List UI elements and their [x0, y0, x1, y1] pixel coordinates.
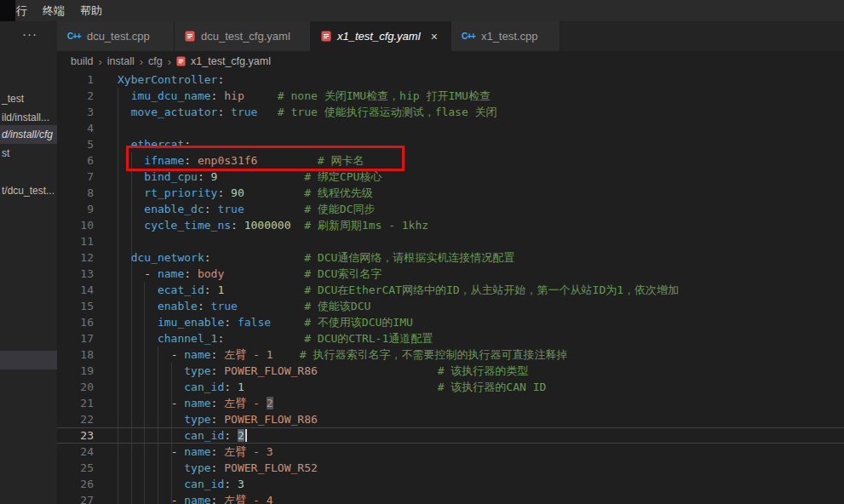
breadcrumb-segment[interactable]: install — [107, 55, 135, 67]
line-number[interactable]: 11 — [57, 233, 94, 249]
code-line[interactable]: 2 imu_dcu_name: hip # none 关闭IMU检查，hip 打… — [57, 88, 844, 104]
line-number[interactable]: 24 — [57, 444, 94, 460]
code-token: can_id — [184, 381, 224, 393]
code-line[interactable]: 12 dcu_network: # DCU通信网络，请根据实机连接情况配置 — [57, 249, 844, 266]
close-icon[interactable]: × — [428, 30, 440, 43]
code-token: : — [204, 203, 218, 215]
line-number[interactable]: 25 — [57, 460, 94, 476]
code-token: : — [184, 138, 191, 151]
code-line[interactable]: 23 can_id: 2 — [57, 427, 844, 444]
code-line[interactable]: 10 cycle_time_ns: 1000000 # 刷新周期1ms - 1k… — [57, 217, 844, 233]
code-token: can_id — [184, 478, 224, 490]
line-number[interactable]: 9 — [57, 201, 94, 217]
sidebar-item[interactable]: st — [0, 144, 57, 163]
code-text: can_id: 2 — [118, 427, 247, 444]
line-number[interactable]: 18 — [57, 346, 94, 363]
code-line[interactable]: 3 move_actuator: true # true 使能执行器运动测试，f… — [57, 104, 844, 120]
code-line[interactable]: 21 - name: 左臂 - 2 — [57, 395, 844, 411]
code-token: enp0s31f6 — [198, 154, 257, 167]
code-line[interactable]: 1XyberController: — [57, 72, 844, 88]
chevron-right-icon: › — [168, 55, 171, 68]
tab-x1-test-cpp[interactable]: C++ x1_test.cpp — [451, 21, 560, 51]
code-line[interactable]: 4 — [57, 120, 844, 136]
line-number[interactable]: 8 — [57, 185, 94, 201]
code-line[interactable]: 19 type: POWER_FLOW_R86 # 该执行器的类型 — [57, 363, 844, 379]
line-number[interactable]: 13 — [57, 266, 94, 282]
breadcrumb-segment[interactable]: build — [71, 55, 93, 67]
line-number[interactable]: 5 — [57, 136, 94, 152]
code-line[interactable]: 5 ethercat: — [57, 136, 844, 152]
code-line[interactable]: 8 rt_priority: 90 # 线程优先级 — [57, 185, 844, 201]
code-token: move_actuator — [131, 106, 218, 118]
line-number[interactable]: 23 — [57, 427, 94, 444]
code-token: : — [211, 413, 225, 426]
line-number[interactable]: 27 — [57, 492, 94, 504]
code-token: # 使能DC同步 — [244, 203, 376, 215]
code-line[interactable]: 16 imu_enable: false # 不使用该DCU的IMU — [57, 314, 844, 330]
chevron-right-icon: › — [98, 55, 101, 68]
sidebar: ··· _test ild/install... d/install/cfg s… — [0, 21, 57, 504]
breadcrumb-file[interactable]: x1_test_cfg.yaml — [191, 55, 271, 67]
sidebar-item[interactable]: _test — [0, 89, 57, 108]
code-line[interactable]: 25 type: POWER_FLOW_R52 — [57, 460, 844, 476]
text-cursor — [245, 429, 247, 442]
code-token: enable_dc — [144, 203, 204, 215]
code-line[interactable]: 11 — [57, 233, 844, 249]
line-number[interactable]: 6 — [57, 152, 94, 169]
line-number[interactable]: 1 — [57, 72, 94, 88]
code-token: # none 关闭IMU检查，hip 打开IMU检查 — [244, 89, 491, 102]
line-number[interactable]: 14 — [57, 282, 94, 298]
code-token — [118, 397, 171, 410]
code-line[interactable]: 14 ecat_id: 1 # DCU在EtherCAT网络中的ID，从主站开始… — [57, 282, 844, 298]
editor[interactable]: 1XyberController:2 imu_dcu_name: hip # n… — [57, 72, 844, 504]
sidebar-item[interactable]: t/dcu_test... — [0, 181, 57, 200]
code-line[interactable]: 18 - name: 左臂 - 1 # 执行器索引名字，不需要控制的执行器可直接… — [57, 346, 844, 363]
code-line[interactable]: 7 bind_cpu: 9 # 绑定CPU核心 — [57, 169, 844, 185]
line-number[interactable]: 2 — [57, 88, 94, 104]
menu-item-help[interactable]: 帮助 — [72, 0, 110, 21]
line-number[interactable]: 20 — [57, 379, 94, 395]
code-line[interactable]: 17 channel_1: # DCU的CTRL-1通道配置 — [57, 330, 844, 346]
code-token: 2 — [238, 429, 244, 442]
code-token: - — [144, 267, 158, 280]
code-line[interactable]: 27 - name: 左臂 - 4 — [57, 492, 844, 504]
code-line[interactable]: 9 enable_dc: true # 使能DC同步 — [57, 201, 844, 217]
tab-bar: C++ dcu_test.cpp dcu_test_cfg.yaml x1_te… — [57, 21, 844, 51]
menu-item-terminal[interactable]: 终端 — [35, 0, 72, 21]
code-line[interactable]: 6 ifname: enp0s31f6 # 网卡名 — [57, 152, 844, 169]
code-token: : — [224, 381, 238, 393]
code-token: - — [171, 397, 185, 410]
line-number[interactable]: 10 — [57, 217, 94, 233]
code-line[interactable]: 26 can_id: 3 — [57, 476, 844, 492]
line-number[interactable]: 19 — [57, 363, 94, 379]
code-token — [118, 251, 131, 264]
line-number[interactable]: 26 — [57, 476, 94, 492]
line-number[interactable]: 16 — [57, 314, 94, 330]
code-token: 3 — [238, 478, 244, 490]
code-line[interactable]: 13 - name: body # DCU索引名字 — [57, 266, 844, 282]
line-number[interactable]: 7 — [57, 169, 94, 185]
tab-dcu-test-cfg-yaml[interactable]: dcu_test_cfg.yaml — [175, 21, 311, 51]
code-line[interactable]: 15 enable: true # 使能该DCU — [57, 298, 844, 314]
tab-dcu-test-cpp[interactable]: C++ dcu_test.cpp — [57, 21, 175, 51]
line-number[interactable]: 15 — [57, 298, 94, 314]
line-number[interactable]: 12 — [57, 249, 94, 266]
more-actions-icon[interactable]: ··· — [22, 26, 37, 41]
code-text: type: POWER_FLOW_R86 — [118, 411, 318, 427]
code-token: # DCU的CTRL-1通道配置 — [224, 332, 433, 345]
code-line[interactable]: 20 can_id: 1 # 该执行器的CAN ID — [57, 379, 844, 395]
code-token — [118, 89, 131, 102]
line-number[interactable]: 4 — [57, 120, 94, 136]
code-token: false — [238, 316, 271, 329]
line-number[interactable]: 3 — [57, 104, 94, 120]
line-number[interactable]: 22 — [57, 411, 94, 427]
breadcrumb-segment[interactable]: cfg — [148, 55, 163, 67]
sidebar-item-selected-empty[interactable] — [0, 351, 57, 369]
sidebar-item[interactable]: ild/install... — [0, 108, 57, 127]
sidebar-item-selected[interactable]: d/install/cfg — [0, 125, 57, 144]
code-line[interactable]: 24 - name: 左臂 - 3 — [57, 444, 844, 460]
code-line[interactable]: 22 type: POWER_FLOW_R86 — [57, 411, 844, 427]
line-number[interactable]: 21 — [57, 395, 94, 411]
tab-x1-test-cfg-yaml[interactable]: x1_test_cfg.yaml × — [311, 21, 451, 51]
line-number[interactable]: 17 — [57, 330, 94, 346]
